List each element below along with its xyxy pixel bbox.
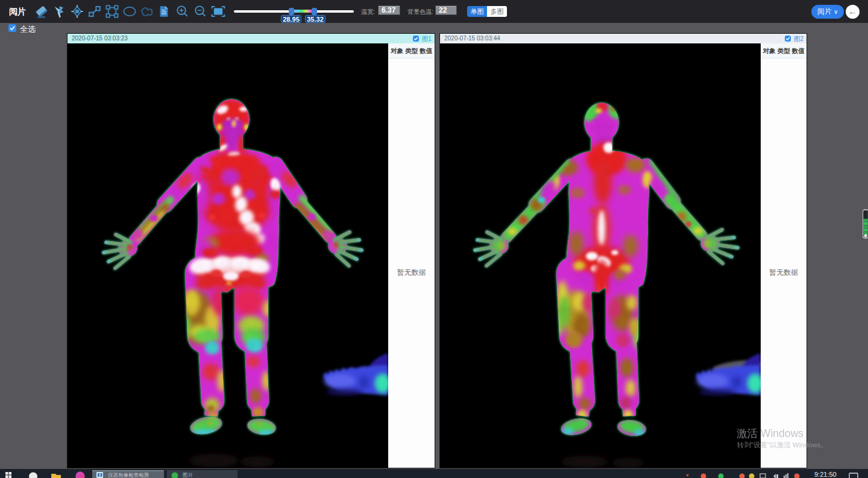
svg-text:9:21:50: 9:21:50: [814, 471, 837, 478]
svg-text:图片: 图片: [183, 472, 193, 478]
svg-text:仪器热像检查检测: 仪器热像检查检测: [107, 472, 149, 478]
